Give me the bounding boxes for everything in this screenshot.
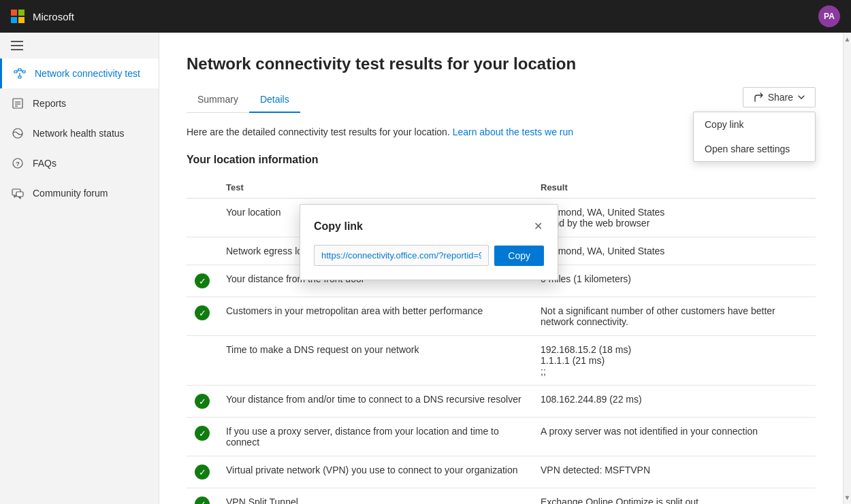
sidebar-label-network-connectivity-test: Network connectivity test: [35, 68, 140, 79]
row-test-cell: If you use a proxy server, distance from…: [218, 418, 532, 456]
sidebar-item-reports[interactable]: Reports: [0, 88, 159, 118]
sidebar-label-network-health-status: Network health status: [33, 128, 125, 139]
row-result-cell: Redmond, WA, United States found by the …: [532, 199, 816, 237]
row-test-cell: Time to make a DNS request on your netwo…: [218, 336, 532, 386]
row-test-cell: Your distance from and/or time to connec…: [218, 386, 532, 418]
sidebar: Network connectivity test Reports Netw: [0, 33, 159, 504]
row-result-cell: VPN detected: MSFTVPN: [532, 456, 816, 488]
info-link[interactable]: Learn about the tests we run: [453, 127, 573, 137]
row-icon-cell: ✓: [187, 265, 218, 297]
community-forum-icon: [11, 186, 25, 200]
row-icon-cell: ✓: [187, 456, 218, 488]
row-icon-cell: [187, 237, 218, 265]
row-result-cell: Not a significant number of other custom…: [532, 297, 816, 336]
col-test: Test: [218, 177, 532, 199]
row-icon-cell: ✓: [187, 488, 218, 505]
share-dropdown-open-settings[interactable]: Open share settings: [694, 137, 815, 161]
modal-close-button[interactable]: ✕: [532, 218, 544, 234]
tabs: Summary Details: [187, 87, 300, 113]
tab-details[interactable]: Details: [249, 87, 300, 113]
topbar-left: Microsoft: [11, 10, 74, 23]
avatar[interactable]: PA: [818, 5, 840, 27]
check-icon: ✓: [195, 305, 210, 320]
sidebar-label-faqs: FAQs: [33, 158, 57, 169]
row-result-cell: A proxy server was not identified in you…: [532, 418, 816, 456]
row-icon-cell: [187, 336, 218, 386]
svg-rect-0: [14, 71, 17, 73]
tab-summary[interactable]: Summary: [187, 87, 249, 113]
table-row: ✓If you use a proxy server, distance fro…: [187, 418, 816, 456]
microsoft-logo: [11, 10, 25, 23]
share-label: Share: [768, 92, 793, 103]
row-result-cell: Exchange Online Optimize is split out Sh…: [532, 488, 816, 505]
sidebar-label-community-forum: Community forum: [33, 188, 108, 199]
table-row: Time to make a DNS request on your netwo…: [187, 336, 816, 386]
check-icon: ✓: [195, 273, 210, 288]
sidebar-item-faqs[interactable]: ? FAQs: [0, 148, 159, 178]
table-row: ✓Your distance from and/or time to conne…: [187, 386, 816, 418]
row-test-cell: Virtual private network (VPN) you use to…: [218, 456, 532, 488]
share-dropdown: Copy link Open share settings: [693, 112, 816, 162]
topbar: Microsoft PA: [0, 0, 851, 33]
table-row: ✓Customers in your metropolitan area wit…: [187, 297, 816, 336]
hamburger-button[interactable]: [0, 33, 159, 58]
scroll-up-arrow[interactable]: ▲: [843, 34, 851, 44]
svg-rect-3: [18, 76, 21, 78]
row-result-cell: 192.168.15.2 (18 ms) 1.1.1.1 (21 ms) ;;: [532, 336, 816, 386]
table-row: ✓Virtual private network (VPN) you use t…: [187, 456, 816, 488]
faqs-icon: ?: [11, 156, 25, 170]
row-icon-cell: ✓: [187, 418, 218, 456]
info-text-content: Here are the detailed connectivity test …: [187, 127, 450, 137]
copy-button[interactable]: Copy: [494, 246, 544, 266]
sidebar-item-network-connectivity-test[interactable]: Network connectivity test: [0, 58, 159, 88]
svg-rect-7: [13, 99, 22, 108]
svg-rect-1: [18, 69, 21, 71]
copy-link-modal: Copy link ✕ Copy: [300, 204, 558, 280]
check-icon: ✓: [195, 465, 210, 480]
hamburger-icon: [11, 41, 23, 50]
row-result-cell: 0 miles (1 kilometers): [532, 265, 816, 297]
svg-rect-15: [16, 192, 23, 197]
col-result: Result: [532, 177, 816, 199]
scroll-down-arrow[interactable]: ▼: [843, 492, 851, 503]
row-test-cell: Customers in your metropolitan area with…: [218, 297, 532, 336]
brand-name: Microsoft: [33, 11, 74, 22]
modal-body: Copy: [314, 245, 544, 266]
share-button[interactable]: Share: [743, 87, 816, 107]
row-icon-cell: [187, 199, 218, 237]
network-connectivity-icon: [13, 67, 27, 80]
svg-text:?: ?: [16, 161, 20, 167]
check-icon: ✓: [195, 394, 210, 409]
check-icon: ✓: [195, 497, 210, 504]
row-icon-cell: ✓: [187, 386, 218, 418]
share-dropdown-copy-link[interactable]: Copy link: [694, 112, 815, 137]
copy-link-input[interactable]: [314, 245, 489, 266]
svg-line-5: [21, 70, 22, 72]
header-row: Summary Details Share Copy link Open sha…: [187, 87, 816, 127]
row-result-cell: Redmond, WA, United States: [532, 237, 816, 265]
col-icon: [187, 177, 218, 199]
modal-title: Copy link: [314, 220, 363, 233]
chevron-down-icon: [797, 93, 805, 101]
check-icon: ✓: [195, 426, 210, 441]
svg-line-4: [17, 70, 18, 72]
modal-header: Copy link ✕: [314, 218, 544, 234]
scrollbar[interactable]: ▲ ▼: [843, 33, 851, 504]
share-area: Share Copy link Open share settings: [743, 87, 816, 107]
svg-rect-2: [22, 71, 25, 73]
sidebar-label-reports: Reports: [33, 98, 66, 109]
row-icon-cell: ✓: [187, 297, 218, 336]
row-result-cell: 108.162.244.89 (22 ms): [532, 386, 816, 418]
share-icon: [753, 92, 764, 103]
page-title: Network connectivity test results for yo…: [187, 54, 816, 73]
sidebar-item-community-forum[interactable]: Community forum: [0, 178, 159, 208]
table-row: ✓VPN Split TunnelExchange Online Optimiz…: [187, 488, 816, 505]
row-test-cell: VPN Split Tunnel: [218, 488, 532, 505]
sidebar-item-network-health-status[interactable]: Network health status: [0, 118, 159, 148]
network-health-icon: [11, 127, 25, 140]
reports-icon: [11, 97, 25, 110]
table-header-row: Test Result: [187, 177, 816, 199]
